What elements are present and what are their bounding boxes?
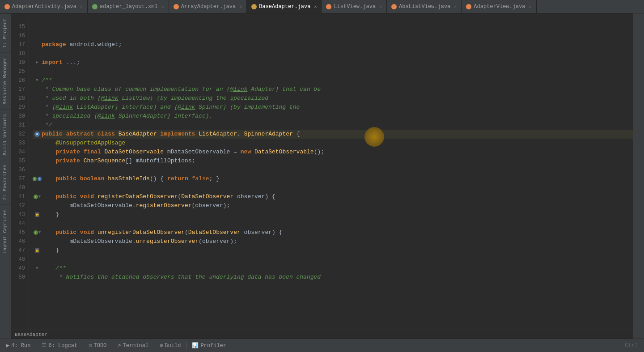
ctrl-text: Ctrl (625, 343, 638, 349)
method-icon[interactable]: ↑ (33, 177, 37, 181)
code-text: private CharSequence[] mAutofillOptions; (42, 157, 195, 165)
xml-icon (92, 4, 97, 9)
tab-adapter-view[interactable]: AdapterView.java ✕ (462, 0, 536, 13)
code-text: * {@link ListAdapter} interface) and {@l… (42, 103, 300, 112)
code-line-35: private CharSequence[] mAutofillOptions; (33, 157, 633, 165)
tab-close[interactable]: ✕ (454, 4, 457, 9)
profiler-icon: 📊 (192, 342, 199, 349)
fold-icon[interactable]: ▼ (36, 264, 38, 273)
tab-label: ArrayAdapter.java (181, 4, 236, 10)
tool-layout-captures[interactable]: Layout Captures (0, 204, 11, 258)
ln-40: 40 (15, 183, 25, 192)
ln-28: 28 (15, 94, 25, 103)
right-sidebar (633, 13, 644, 339)
tab-abs-list-view[interactable]: AbsListView.java ✕ (387, 0, 462, 13)
breakpoint-icon[interactable]: ● (34, 131, 40, 137)
breadcrumb: BaseAdapter (15, 332, 47, 337)
todo-tool[interactable]: ☑ TODO (86, 341, 109, 350)
tab-close[interactable]: ✕ (379, 4, 382, 9)
code-text (42, 165, 45, 174)
ctrl-hint: Ctrl (622, 342, 640, 350)
lock-icon: 🔒 (35, 248, 39, 253)
code-line-43: 🔒 } (33, 210, 633, 219)
profiler-label: Profiler (200, 343, 226, 349)
code-line-37: ↑ ↑ public boolean hasStableIds() { retu… (33, 174, 633, 183)
code-text: /** (42, 76, 52, 85)
tab-adapter-layout[interactable]: adapter_layout.xml ✕ (88, 0, 169, 13)
ln-30: 30 (15, 112, 25, 121)
build-tool[interactable]: ⚙ Build (157, 341, 183, 350)
code-text: private final DataSetObservable mDataSet… (42, 148, 324, 157)
override-icon[interactable]: ↑ (38, 177, 42, 181)
status-divider (36, 342, 36, 349)
ln-25: 25 (15, 67, 25, 76)
code-text (42, 49, 45, 58)
tab-base-adapter[interactable]: BaseAdapter.java ✕ (247, 0, 322, 13)
profiler-tool[interactable]: 📊 Profiler (189, 341, 229, 350)
lock-icon: 🔒 (35, 212, 39, 217)
ln-15: 15 (15, 22, 25, 31)
fold-icon[interactable]: ▼ (38, 192, 41, 201)
tool-project[interactable]: 1: Project (0, 13, 11, 52)
todo-label: TODO (94, 343, 107, 349)
code-line-29: * {@link ListAdapter} interface) and {@l… (33, 103, 633, 112)
code-text: @UnsupportedAppUsage (42, 139, 125, 148)
tab-close[interactable]: ✕ (80, 4, 83, 9)
code-line-33: @UnsupportedAppUsage (33, 139, 633, 148)
fold-icon[interactable]: ▼ (33, 76, 42, 85)
fold-icon[interactable]: ▶ (33, 58, 42, 67)
tab-label: AdapterView.java (474, 4, 525, 10)
ln-41: 41 (15, 192, 25, 201)
ln-36: 36 (15, 165, 25, 174)
ln-26: 26 (15, 76, 25, 85)
code-line-49: ▼ /** (33, 264, 633, 273)
method-icon[interactable]: ↑ (34, 195, 38, 199)
code-text: * specialized {@link SpinnerAdapter} int… (42, 112, 212, 121)
code-line-41: ↑ ▼ public void registerDataSetObserver(… (33, 192, 633, 201)
tab-close[interactable]: ✕ (529, 4, 532, 9)
tab-close[interactable]: ✕ (161, 4, 164, 9)
ln-48: 48 (15, 255, 25, 264)
logcat-tool[interactable]: ☰ 6: Logcat (39, 341, 80, 350)
run-tool[interactable]: ▶ 4: Run (4, 341, 33, 350)
tab-array-adapter[interactable]: ArrayAdapter.java ✕ (169, 0, 247, 13)
tool-favorites[interactable]: 2: Favorites (0, 160, 11, 204)
java-icon (174, 4, 179, 9)
tab-adapter-activity[interactable]: AdapterActivity.java ✕ (0, 0, 88, 13)
tab-close[interactable]: ✕ (314, 4, 317, 9)
gutter: ↑ ▼ (33, 228, 42, 237)
code-line-19: ▶ import ...; (33, 58, 633, 67)
code-text: } (42, 210, 59, 219)
ln-19: 19 (15, 58, 25, 67)
logcat-label: 6: Logcat (48, 343, 77, 349)
code-line-40 (33, 183, 633, 192)
status-bar: ▶ 4: Run ☰ 6: Logcat ☑ TODO > Terminal ⚙… (0, 339, 644, 352)
tab-list-view[interactable]: ListView.java ✕ (322, 0, 387, 13)
gutter: ↑ ↑ (33, 177, 42, 181)
code-text (42, 31, 45, 40)
code-text: package android.widget; (42, 40, 122, 49)
java-icon (4, 4, 10, 9)
java-icon (391, 4, 397, 9)
method-icon[interactable]: ↑ (34, 230, 38, 235)
build-label: Build (165, 343, 181, 349)
ln-42: 42 (15, 201, 25, 210)
gutter: 🔒 (33, 212, 42, 217)
ln-17: 17 (15, 40, 25, 49)
code-line-31: */ (33, 121, 633, 130)
tab-close[interactable]: ✕ (239, 4, 242, 9)
run-icon: ▶ (6, 342, 9, 349)
ln-46: 46 (15, 237, 25, 246)
run-label: 4: Run (11, 343, 30, 349)
code-line-27: * Common base class of common implementa… (33, 85, 633, 94)
code-text (42, 22, 45, 31)
code-text: * Notifies the attached observers that t… (42, 273, 321, 282)
code-container[interactable]: 15 16 17 18 19 25 26 27 28 29 30 31 32 3… (11, 13, 633, 330)
terminal-tool[interactable]: > Terminal (115, 342, 151, 350)
code-text: import ...; (42, 58, 80, 67)
tool-resource-manager[interactable]: Resource Manager (0, 52, 11, 109)
fold-icon[interactable]: ▼ (38, 228, 41, 237)
code-line-30: * specialized {@link SpinnerAdapter} int… (33, 112, 633, 121)
tool-build-variants[interactable]: Build Variants (0, 109, 11, 160)
build-icon: ⚙ (160, 342, 163, 349)
